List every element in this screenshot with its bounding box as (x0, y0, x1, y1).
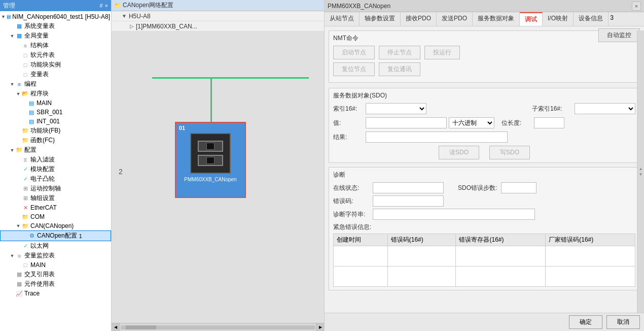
network-sub1-label: H5U-A8 (129, 13, 151, 20)
tree-item-elemuse[interactable]: ▦ 元件使用表 (0, 279, 111, 289)
tree-item-funcblock2[interactable]: 📁 功能块(FB) (0, 126, 111, 136)
diag-online-input[interactable] (373, 182, 444, 193)
sdo-subindex-select[interactable] (575, 103, 635, 114)
expand-progblock[interactable]: ▼ (15, 91, 21, 97)
tab-device-info[interactable]: 设备信息 (574, 12, 609, 26)
dialog-close-btn[interactable]: × (632, 2, 641, 11)
tree-item-funcblock[interactable]: □ 功能块实例 (0, 60, 111, 70)
device-container[interactable]: 01 PMM60XXB_CANopen (175, 122, 246, 198)
tree-item-motion[interactable]: ⊞ 运动控制轴 (0, 184, 111, 193)
tree-item-axisset[interactable]: ⊞ 轴组设置 (0, 193, 111, 203)
tree-item-canopen-config[interactable]: ⚙ CANOpen配置 1 (0, 230, 111, 241)
axis2-icon: ⊞ (21, 194, 29, 203)
pin-icon[interactable]: # (99, 3, 102, 9)
cell-manuferr-2 (546, 267, 635, 287)
error-ethercat-icon: ✕ (21, 204, 29, 212)
expand-varmonitor[interactable]: ▼ (9, 253, 15, 259)
network-sub2: ▷ [1]PMM60XXB_CAN... (112, 21, 324, 31)
tree-item-varmonitor[interactable]: ▼ ≡ 变量监控表 (0, 251, 111, 260)
tab-recv-pdo[interactable]: 接收PDO (401, 12, 437, 26)
device-name-label: PMM60XXB_CANopen (183, 177, 237, 182)
expand-can[interactable]: ▼ (15, 223, 21, 229)
read-sdo-btn[interactable]: 读SDO (439, 146, 479, 159)
tab-service-data[interactable]: 服务数据对象 (473, 12, 520, 26)
stop-node-btn[interactable]: 停止节点 (379, 46, 420, 59)
sdo-result-row: 结果: (333, 131, 635, 143)
auto-monitor-btn[interactable]: 自动监控 (598, 28, 640, 42)
sdo-format-select[interactable]: 十六进制 十进制 八进制 (449, 117, 494, 128)
tree-item-ethernet[interactable]: ✓ 以太网 (0, 241, 111, 251)
expand-config[interactable]: ▼ (9, 147, 15, 153)
tree-item-softelem[interactable]: □ 软元件表 (0, 50, 111, 60)
sdo-result-input[interactable] (366, 131, 508, 143)
start-node-btn[interactable]: 启动节点 (333, 46, 375, 59)
right-arrow-down: ▼ (639, 172, 643, 177)
cancel-btn[interactable]: 取消 (606, 315, 640, 329)
tree-item-main2[interactable]: □ MAIN (0, 260, 111, 270)
tab-io-map[interactable]: I/O映射 (543, 12, 574, 26)
sdo-index-select[interactable] (366, 103, 426, 114)
tree-item-progblock[interactable]: ▼ 📂 程序块 (0, 89, 111, 98)
expand-funcfc (15, 138, 21, 144)
sdo-value-input[interactable] (366, 117, 447, 128)
scroll-left-btn[interactable]: ◀ (112, 323, 120, 332)
tab-debug[interactable]: 调试 (520, 12, 543, 26)
tree-item-globalvars[interactable]: ▼ ▦ 全局变量 (0, 31, 111, 41)
tree-item-sbr001[interactable]: ▤ SBR_001 (0, 108, 111, 117)
emergency-col-errreg: 错误寄存器(16#) (456, 234, 546, 246)
panel-content: 自动监控 NMT命令 启动节点 停止节点 投运行 复位节点 复位通讯 服务数据对… (325, 26, 644, 313)
reset-comm-btn[interactable]: 复位通讯 (379, 62, 420, 76)
label-3: 3 (610, 14, 614, 21)
expand-nim[interactable]: ▼ (1, 14, 6, 20)
tree-item-moduleconfig[interactable]: ✓ 模块配置 (0, 164, 111, 174)
tree-item-main[interactable]: ▤ MAIN (0, 98, 111, 108)
tab-slave-node[interactable]: 从站节点 (325, 12, 360, 26)
tree-item-com[interactable]: 📁 COM (0, 212, 111, 221)
diag-char-input[interactable] (373, 209, 535, 220)
close-icon[interactable]: × (105, 3, 108, 9)
tree-item-struct[interactable]: ≡ 结构体 (0, 41, 111, 50)
confirm-btn[interactable]: 确定 (569, 315, 602, 329)
tree-item-can[interactable]: ▼ 📁 CAN(CANopen) (0, 221, 111, 230)
tree-item-inputfilter[interactable]: ⧖ 输入滤波 (0, 155, 111, 164)
diag-errcode-row: 错误码: (333, 195, 635, 207)
expand-ethernet (15, 243, 21, 249)
cell-errcode-1 (387, 246, 456, 267)
tree-item-trace[interactable]: 📈 Trace (0, 289, 111, 298)
tree-item-crossref[interactable]: ▦ 交叉引用表 (0, 270, 111, 279)
tree-item-sysvars[interactable]: ▦ 系统变量表 (0, 21, 111, 31)
expand-funcblock (15, 62, 21, 68)
motion-label: 运动控制轴 (30, 184, 61, 193)
reset-node-btn[interactable]: 复位节点 (333, 62, 375, 76)
trace-label: Trace (24, 290, 40, 297)
tree-item-cam[interactable]: ✓ 电子凸轮 (0, 174, 111, 184)
diag-errcode-input[interactable] (373, 195, 444, 207)
scroll-thumb[interactable] (126, 325, 156, 329)
expand-main (21, 100, 27, 106)
int-code-icon: ▤ (27, 117, 35, 125)
run-btn[interactable]: 投运行 (424, 46, 460, 59)
tab-axis-params[interactable]: 轴参数设置 (360, 12, 401, 26)
expand-cam (15, 176, 21, 182)
sdo-subindex-label: 子索引16#: (532, 105, 573, 113)
tree-item-vartable[interactable]: □ 变量表 (0, 70, 111, 79)
tab-send-pdo[interactable]: 发送PDO (437, 12, 473, 26)
expand-prog[interactable]: ▼ (9, 81, 15, 87)
cell-time-1 (334, 246, 388, 267)
h-scrollbar[interactable]: ◀ ▶ (112, 323, 324, 331)
tree-item-funcfc[interactable]: 📁 函数(FC) (0, 136, 111, 145)
tree-item-prog[interactable]: ▼ ≡ 编程 (0, 79, 111, 89)
tree-item-ethercat[interactable]: ✕ EtherCAT (0, 203, 111, 212)
tree-item-config[interactable]: ▼ 📁 配置 (0, 145, 111, 155)
sysvars-label: 系统变量表 (24, 22, 55, 30)
tree-item-int001[interactable]: ▤ INT_001 (0, 117, 111, 126)
scroll-right-btn[interactable]: ▶ (316, 323, 324, 332)
diag-sdoerr-input[interactable] (501, 182, 536, 193)
expand-crossref (9, 272, 15, 278)
network-canvas: 2 01 PMM60XXB_CANopen (112, 31, 324, 323)
funcfc-label: 函数(FC) (30, 136, 55, 145)
write-sdo-btn[interactable]: 写SDO (489, 146, 530, 159)
tree-item-nim[interactable]: ▼ 🖥 NIM_CANopen6040_test1 [H5U-A8] (0, 12, 111, 21)
sdo-bitlen-input[interactable] (534, 117, 564, 128)
expand-globalvars[interactable]: ▼ (9, 33, 15, 39)
